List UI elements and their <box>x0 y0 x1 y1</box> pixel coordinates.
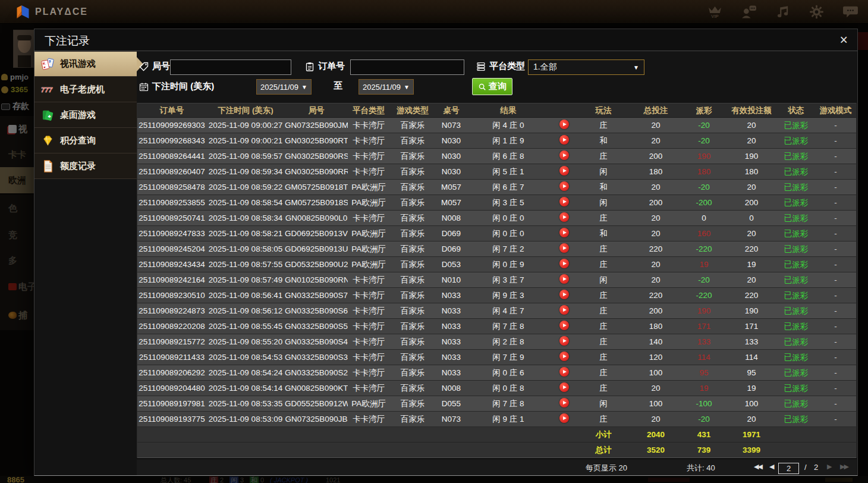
page-number-input[interactable]: 2 <box>778 463 799 474</box>
col-table-no: N073 <box>436 121 467 130</box>
col-payout: 190 <box>683 306 725 315</box>
round-no-input[interactable] <box>170 59 291 75</box>
col-platform: PA欧洲厅 <box>348 197 389 208</box>
col-game-type: 百家乐 <box>389 414 436 425</box>
col-game-type: 游戏类型 <box>389 105 436 116</box>
replay-video-icon[interactable] <box>559 120 569 129</box>
col-result: 闲 7 庄 9 <box>467 352 550 363</box>
replay-video-icon[interactable] <box>559 352 569 361</box>
sidebar-item-slots[interactable]: 777 电子老虎机 <box>34 77 137 102</box>
col-valid-bet: 有效投注额 <box>725 105 778 116</box>
col-payout: -20 <box>683 415 725 424</box>
platform-type-label: 平台类型 <box>476 61 525 72</box>
col-table-no: D055 <box>436 399 467 408</box>
replay-video-icon[interactable] <box>559 413 569 423</box>
prev-page-icon[interactable]: ◀ <box>769 463 773 471</box>
replay-video-icon[interactable] <box>559 243 569 253</box>
date-from-picker[interactable]: 2025/11/09 ▼ <box>256 79 312 95</box>
table-row: 2511090892062922025-11-09 08:54:24GN0332… <box>137 365 856 381</box>
col-play-type: 总计 <box>578 445 628 456</box>
replay-video-icon[interactable] <box>559 321 569 330</box>
col-status: 已派彩 <box>778 244 814 255</box>
server-stack-icon <box>476 62 486 71</box>
close-icon[interactable]: × <box>840 31 848 49</box>
col-game-type: 百家乐 <box>389 352 436 363</box>
col-game-type: 百家乐 <box>389 399 436 409</box>
col-order-no: 251109089224873 <box>137 306 206 315</box>
col-order-no: 251109089260407 <box>137 167 206 176</box>
col-play-type: 庄 <box>578 414 628 425</box>
col-result: 闲 4 庄 0 <box>467 120 550 131</box>
replay-video-icon[interactable] <box>559 336 569 346</box>
col-bet-time: 2025-11-09 08:55:20 <box>206 337 285 346</box>
col-result: 闲 0 庄 9 <box>467 259 550 270</box>
replay-video-icon[interactable] <box>559 135 569 145</box>
col-round-no: GN03325B090S3 <box>285 353 348 362</box>
col-result: 闲 9 庄 1 <box>467 414 550 425</box>
col-table-no: N033 <box>436 291 467 300</box>
replay-video-icon[interactable] <box>559 367 569 377</box>
col-round-no: GD05525B0912W <box>285 399 348 408</box>
modal-sidebar: 9 K♥ 视讯游戏 777 电子老虎机 ♣ 桌面游戏 <box>34 51 137 475</box>
total-pages-label: 2 <box>814 463 818 472</box>
col-bet-time: 2025-11-09 08:58:34 <box>206 214 285 222</box>
music-icon[interactable] <box>775 4 791 20</box>
replay-video-icon[interactable] <box>559 166 569 175</box>
replay-video-icon[interactable] <box>559 212 569 222</box>
replay-video-icon[interactable] <box>559 228 569 237</box>
replay-video-icon[interactable] <box>559 259 569 268</box>
replay-video-icon[interactable] <box>559 274 569 284</box>
subtotal-row: 小计20404311971 <box>137 427 856 443</box>
col-result: 闲 6 庄 7 <box>467 182 550 193</box>
col-game-mode: - <box>814 260 857 269</box>
replay-video-icon[interactable] <box>559 398 569 407</box>
date-range-to-label: 至 <box>334 80 342 92</box>
last-page-icon[interactable]: ▶▶ <box>840 463 848 471</box>
sidebar-item-table-games[interactable]: ♣ 桌面游戏 <box>34 102 137 128</box>
replay-video-icon[interactable] <box>559 181 569 191</box>
playace-logo-text: PLAYΔCE <box>35 7 88 17</box>
sidebar-item-credit-records[interactable]: 额度记录 <box>34 153 137 179</box>
replay-video-icon[interactable] <box>559 382 569 392</box>
chat-bubble-icon[interactable] <box>842 4 858 20</box>
replay-video-icon[interactable] <box>559 150 569 160</box>
col-play <box>550 197 578 208</box>
col-total-bet: 20 <box>628 121 683 130</box>
col-game-mode: - <box>814 415 857 424</box>
col-game-mode: - <box>814 399 857 408</box>
col-status: 已派彩 <box>778 368 814 378</box>
replay-video-icon[interactable] <box>559 305 569 315</box>
replay-video-icon[interactable] <box>559 290 569 299</box>
replay-video-icon[interactable] <box>559 197 569 206</box>
col-platform: 卡卡湾厅 <box>348 383 389 394</box>
search-button[interactable]: 查询 <box>472 78 512 95</box>
col-bet-time: 2025-11-09 08:57:49 <box>206 275 285 284</box>
vip-crown-icon[interactable]: VIP <box>707 4 723 20</box>
platform-type-select[interactable]: 1.全部 ▼ <box>528 59 644 75</box>
col-play <box>550 398 578 409</box>
first-page-icon[interactable]: ◀◀ <box>754 463 762 471</box>
next-page-icon[interactable]: ▶ <box>827 463 831 471</box>
col-round-no: GN00825B090KT <box>285 384 348 393</box>
col-game-mode: - <box>814 337 857 346</box>
col-bet-time: 下注时间 (美东) <box>206 105 285 116</box>
col-game-mode: - <box>814 121 857 130</box>
col-bet-time: 2025-11-09 08:54:53 <box>206 353 285 362</box>
order-no-label: 订单号 <box>305 61 345 72</box>
col-platform: PA欧洲厅 <box>348 228 389 239</box>
playace-logo[interactable]: PLAYΔCE <box>15 4 88 20</box>
col-play-type: 小计 <box>578 429 628 440</box>
sidebar-item-video-games[interactable]: 9 K♥ 视讯游戏 <box>34 51 137 77</box>
table-row: 2511090892421642025-11-09 08:57:49GN0102… <box>137 272 856 288</box>
gear-icon[interactable] <box>809 4 825 20</box>
customer-service-icon[interactable] <box>741 4 757 20</box>
order-no-input[interactable] <box>350 59 464 75</box>
col-game-type: 百家乐 <box>389 182 436 193</box>
col-payout: 160 <box>683 229 725 238</box>
col-status: 已派彩 <box>778 290 814 301</box>
tag-icon <box>139 62 149 71</box>
col-result: 闲 6 庄 8 <box>467 151 550 162</box>
sidebar-item-points[interactable]: 积分查询 <box>34 128 137 153</box>
date-to-picker[interactable]: 2025/11/09 ▼ <box>358 79 414 95</box>
col-bet-time: 2025-11-09 08:58:21 <box>206 229 285 238</box>
